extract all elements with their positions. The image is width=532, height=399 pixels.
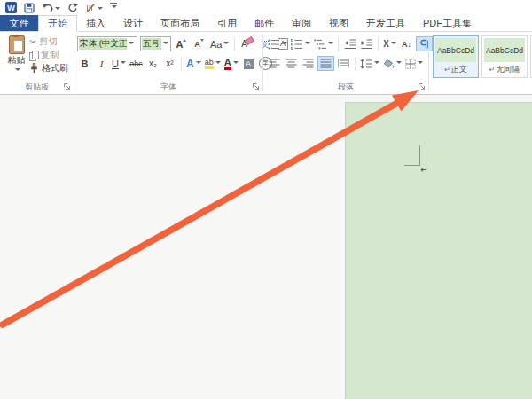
tab-page-layout[interactable]: 页面布局 xyxy=(152,15,208,31)
asian-layout-button[interactable]: X xyxy=(382,36,397,51)
document-page[interactable]: ↵ xyxy=(345,102,532,399)
tab-view[interactable]: 视图 xyxy=(320,15,357,31)
shrink-font-icon xyxy=(200,39,204,43)
tab-file[interactable]: 文件 xyxy=(0,15,38,31)
font-name-combo[interactable]: 宋体 (中文正 xyxy=(77,36,137,51)
align-right-icon xyxy=(302,59,314,68)
group-clipboard: 粘贴 ✂ 剪切 复制 格式刷 剪贴板 xyxy=(0,32,74,94)
group-styles: AaBbCcDd ↵正文 AaBbCcDd ↵无间隔 A xyxy=(429,32,532,94)
numbering-button[interactable] xyxy=(290,36,311,51)
strikethrough-button[interactable]: abc xyxy=(129,56,144,71)
superscript-button[interactable]: x² xyxy=(162,56,177,71)
save-icon[interactable] xyxy=(24,3,35,13)
redo-icon[interactable] xyxy=(67,3,78,12)
word-window: W 文件 开始 插入 设计 页面布局 引用 邮件 审阅 视图 开发工具 PDF工… xyxy=(0,0,532,399)
numbering-icon xyxy=(291,39,303,50)
font-group-label: 字体 xyxy=(74,82,262,93)
quick-access-toolbar: W xyxy=(0,0,532,15)
eraser-icon xyxy=(245,35,254,44)
font-name-caret[interactable] xyxy=(129,42,134,47)
tab-mailings[interactable]: 邮件 xyxy=(246,15,283,31)
shrink-font-button[interactable]: A xyxy=(192,36,207,51)
tab-design[interactable]: 设计 xyxy=(114,15,152,31)
cut-label: 剪切 xyxy=(39,35,57,48)
bullets-icon xyxy=(268,39,280,50)
word-logo-icon: W xyxy=(5,2,17,13)
bullets-button[interactable] xyxy=(267,36,288,51)
tab-review[interactable]: 审阅 xyxy=(283,15,320,31)
align-center-button[interactable] xyxy=(284,56,299,71)
style-normal-label: 正文 xyxy=(451,64,467,75)
font-dialog-launcher[interactable] xyxy=(252,82,260,92)
paragraph-dialog-launcher[interactable] xyxy=(418,82,426,92)
style-no-spacing-preview: AaBbCcDd xyxy=(484,38,525,62)
font-color-button[interactable]: A xyxy=(223,56,239,71)
distribute-icon xyxy=(338,59,349,68)
ribbon-home: 粘贴 ✂ 剪切 复制 格式刷 剪贴板 xyxy=(0,32,532,95)
format-painter-button[interactable]: 格式刷 xyxy=(29,63,68,74)
sort-button[interactable]: A↓ xyxy=(399,36,414,51)
distribute-button[interactable] xyxy=(336,56,351,71)
paragraph-style-mark-icon: ↵ xyxy=(444,66,450,74)
align-left-button[interactable] xyxy=(267,56,282,71)
draw-tool-icon[interactable] xyxy=(85,3,103,13)
ribbon-tab-bar: 文件 开始 插入 设计 页面布局 引用 邮件 审阅 视图 开发工具 PDF工具集 xyxy=(0,15,532,32)
character-shading-button[interactable]: A xyxy=(241,56,256,71)
change-case-button[interactable]: Aa xyxy=(209,36,230,51)
paragraph-group-label: 段落 xyxy=(263,82,428,93)
copy-icon xyxy=(29,51,38,60)
shading-button[interactable] xyxy=(382,56,403,71)
format-painter-label: 格式刷 xyxy=(42,62,68,74)
line-spacing-icon xyxy=(360,59,372,69)
increase-indent-button[interactable] xyxy=(359,36,374,51)
align-center-icon xyxy=(286,59,297,68)
paint-bucket-icon xyxy=(383,59,395,69)
multilevel-list-icon xyxy=(314,39,326,50)
style-no-spacing[interactable]: AaBbCcDd ↵无间隔 xyxy=(481,35,528,78)
tab-developer[interactable]: 开发工具 xyxy=(357,15,414,31)
multilevel-list-button[interactable] xyxy=(313,36,334,51)
align-right-button[interactable] xyxy=(301,56,316,71)
line-spacing-button[interactable] xyxy=(359,56,380,71)
underline-button[interactable]: U xyxy=(111,56,127,71)
style-normal[interactable]: AaBbCcDd ↵正文 xyxy=(433,35,479,78)
text-effects-button[interactable]: A xyxy=(185,56,202,71)
borders-grid-icon xyxy=(405,59,416,69)
undo-icon[interactable] xyxy=(42,3,60,12)
highlight-color-button[interactable]: ab xyxy=(204,56,222,71)
subscript-button[interactable]: x₂ xyxy=(145,56,160,71)
style-no-spacing-label: 无间隔 xyxy=(496,64,520,75)
group-font: 宋体 (中文正 五号 A A Aa A 文 A B I U abc xyxy=(74,32,262,94)
bold-button[interactable]: B xyxy=(77,56,92,71)
paste-dropdown-caret[interactable] xyxy=(15,68,20,74)
increase-indent-icon xyxy=(361,39,373,50)
clipboard-dialog-launcher[interactable] xyxy=(63,82,71,92)
grow-font-button[interactable]: A xyxy=(174,36,189,51)
tab-insert[interactable]: 插入 xyxy=(77,15,114,31)
tab-pdf-tools[interactable]: PDF工具集 xyxy=(414,15,481,31)
paste-label: 粘贴 xyxy=(4,54,28,66)
borders-button[interactable] xyxy=(404,56,424,71)
margin-corner-mark xyxy=(419,145,420,166)
paragraph-end-mark: ↵ xyxy=(420,166,427,175)
paste-button[interactable]: 粘贴 xyxy=(4,35,28,76)
cut-button[interactable]: ✂ 剪切 xyxy=(29,36,68,47)
document-area: ↵ xyxy=(0,95,532,399)
tab-references[interactable]: 引用 xyxy=(208,15,246,31)
scissors-icon: ✂ xyxy=(29,37,36,47)
tab-home[interactable]: 开始 xyxy=(38,15,77,32)
font-name-value: 宋体 (中文正 xyxy=(79,38,127,50)
copy-button[interactable]: 复制 xyxy=(29,50,68,60)
clipboard-commands: ✂ 剪切 复制 格式刷 xyxy=(29,36,68,74)
customize-quick-access-icon[interactable] xyxy=(110,4,117,12)
grow-font-icon xyxy=(183,37,186,42)
italic-button[interactable]: I xyxy=(94,56,109,71)
group-paragraph: X A↓ xyxy=(263,32,428,94)
clear-formatting-button[interactable]: A xyxy=(239,36,254,51)
decrease-indent-icon xyxy=(344,39,356,50)
justify-button[interactable] xyxy=(317,56,334,71)
justify-icon xyxy=(320,59,332,68)
font-size-combo[interactable]: 五号 xyxy=(140,36,171,51)
font-size-caret[interactable] xyxy=(163,42,168,47)
decrease-indent-button[interactable] xyxy=(342,36,357,51)
